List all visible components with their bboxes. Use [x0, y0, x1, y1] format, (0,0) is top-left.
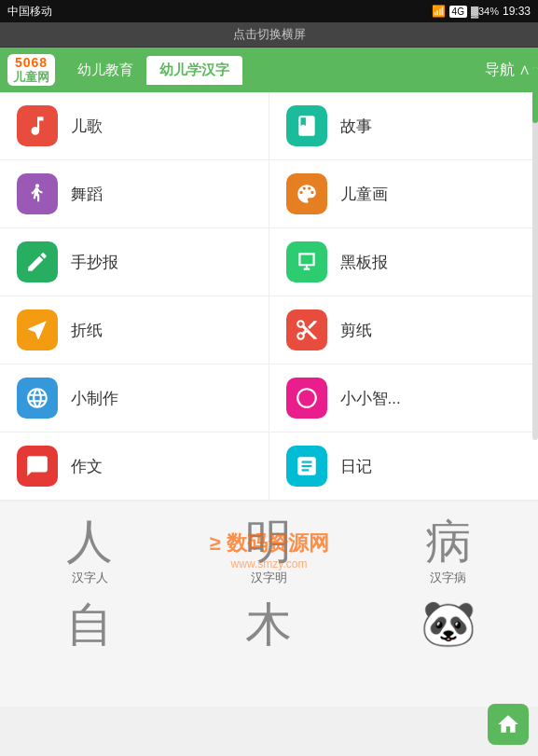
menu-item-xiaoxiaozhi[interactable]: 小小智...: [269, 364, 539, 433]
carrier-text: 中国移动: [7, 4, 52, 20]
logo-top: 5068: [13, 56, 49, 70]
ertonghua-label: 儿童画: [340, 184, 388, 205]
network-icon: 4G: [449, 6, 467, 18]
hanzi-cell-bing[interactable]: 病 汉字病: [359, 511, 538, 594]
hanzi-label-bing: 汉字病: [430, 570, 466, 584]
logo[interactable]: 5068 儿童网: [7, 54, 55, 86]
menu-item-riji[interactable]: 日记: [269, 433, 539, 501]
menu-item-heibanbao[interactable]: 黑板报: [269, 228, 539, 296]
hanzi-label-ren: 汉字人: [72, 570, 108, 584]
gushi-label: 故事: [340, 116, 372, 137]
hanzi-char-panda: 🐼: [363, 601, 534, 646]
hanzi-row-2: 自 木 🐼: [0, 594, 538, 659]
hanzi-row-1: 人 汉字人 明 汉字明 病 汉字病: [0, 502, 538, 594]
zhezhi-label: 折纸: [71, 320, 103, 341]
hanzi-cell-mu[interactable]: 木: [179, 594, 358, 659]
hanzi-cell-panda[interactable]: 🐼: [359, 594, 538, 659]
home-icon: [496, 712, 520, 736]
ertonghua-icon: [286, 173, 327, 214]
wudao-icon: [17, 173, 58, 214]
gushi-icon: [286, 105, 327, 146]
hanzi-char-ming: 明: [183, 518, 354, 565]
menu-item-jianzhi[interactable]: 剪纸: [269, 296, 539, 364]
scrollbar[interactable]: [532, 67, 538, 440]
xiaoxiaozhi-label: 小小智...: [340, 388, 401, 409]
zhezhi-icon: [17, 309, 58, 351]
riji-icon: [286, 446, 327, 487]
xiaozuozuo-label: 小制作: [71, 388, 118, 409]
hanzi-char-zi: 自: [4, 601, 175, 648]
tab-youer-hanzi[interactable]: 幼儿学汉字: [146, 56, 242, 85]
signal-icon: 📶: [432, 5, 446, 18]
xiaozuozuo-icon: [17, 378, 58, 419]
menu-item-shouchaobao[interactable]: 手抄报: [0, 228, 269, 296]
menu-item-zhezhi[interactable]: 折纸: [0, 296, 269, 364]
xiaoxiaozhi-icon: [286, 378, 327, 419]
menu-item-erge[interactable]: 儿歌: [0, 92, 269, 160]
riji-label: 日记: [340, 456, 372, 477]
shouchaobao-icon: [17, 241, 58, 282]
home-button[interactable]: [488, 704, 529, 745]
hanzi-char-mu: 木: [183, 601, 354, 648]
top-banner[interactable]: 点击切换横屏: [0, 22, 538, 48]
zuowen-label: 作文: [71, 456, 103, 477]
menu-item-zuowen[interactable]: 作文: [0, 433, 269, 501]
jianzhi-label: 剪纸: [340, 320, 372, 341]
header-nav: 5068 儿童网 幼儿教育 幼儿学汉字 导航 ∧: [0, 48, 538, 92]
hanzi-section: ≥ 数码资源网 www.smzy.com 人 汉字人 明 汉字明 病 汉字病 自…: [0, 502, 538, 707]
nav-tabs: 幼儿教育 幼儿学汉字: [64, 56, 485, 85]
jianzhi-icon: [286, 309, 327, 351]
nav-toggle[interactable]: 导航 ∧: [485, 61, 531, 80]
menu-item-ertonghua[interactable]: 儿童画: [269, 160, 539, 228]
erge-icon: [17, 105, 58, 146]
zuowen-icon: [17, 446, 58, 487]
heibanbao-icon: [286, 241, 327, 282]
heibanbao-label: 黑板报: [340, 252, 388, 273]
menu-item-xiaozuozuo[interactable]: 小制作: [0, 364, 269, 433]
logo-bottom: 儿童网: [13, 71, 49, 84]
scrollbar-thumb[interactable]: [532, 67, 538, 123]
status-right: 📶 4G ▓34% 19:33: [432, 5, 531, 18]
menu-grid: 儿歌 故事 舞蹈 儿童画 手抄报 黑板报: [0, 92, 538, 502]
battery-text: ▓34%: [471, 6, 499, 17]
shouchaobao-label: 手抄报: [71, 252, 118, 273]
hanzi-cell-ren[interactable]: 人 汉字人: [0, 511, 179, 594]
time-text: 19:33: [503, 5, 531, 18]
tab-youer-jiaoyu[interactable]: 幼儿教育: [64, 56, 146, 85]
hanzi-char-bing: 病: [363, 518, 534, 565]
hanzi-cell-ming[interactable]: 明 汉字明: [179, 511, 358, 594]
hanzi-cell-zi[interactable]: 自: [0, 594, 179, 659]
menu-item-wudao[interactable]: 舞蹈: [0, 160, 269, 228]
status-bar: 中国移动 📶 4G ▓34% 19:33: [0, 0, 538, 22]
menu-item-gushi[interactable]: 故事: [269, 92, 539, 160]
hanzi-label-ming: 汉字明: [251, 570, 287, 584]
hanzi-char-ren: 人: [4, 518, 175, 565]
banner-text: 点击切换横屏: [233, 27, 306, 41]
erge-label: 儿歌: [71, 116, 103, 137]
wudao-label: 舞蹈: [71, 184, 103, 205]
